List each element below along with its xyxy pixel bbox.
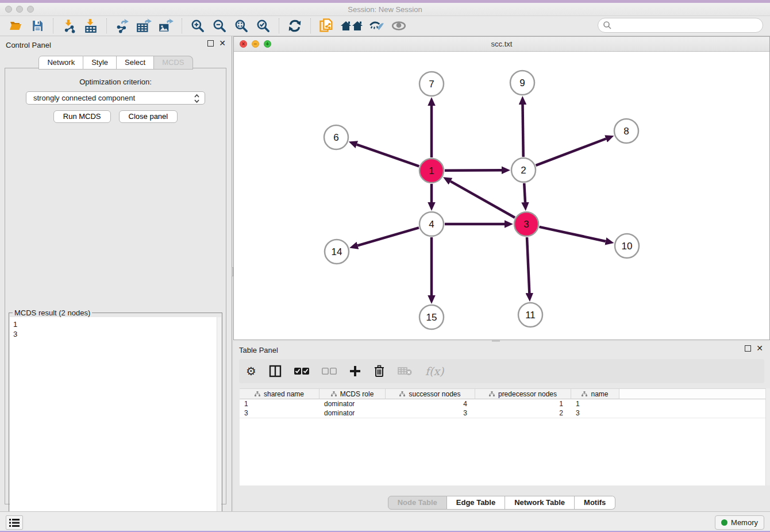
add-column-icon[interactable] [349,364,361,378]
delete-table-icon [398,364,413,378]
column-header-name[interactable]: name [571,388,619,399]
column-header-shared-name[interactable]: shared name [240,388,319,399]
edge-3-10[interactable] [539,227,605,241]
split-columns-icon[interactable] [269,364,282,378]
tab-network-table[interactable]: Network Table [505,496,575,510]
close-panel-icon[interactable]: ✕ [219,40,226,47]
tab-node-table[interactable]: Node Table [388,496,447,510]
table-cell[interactable]: 1 [240,399,319,408]
network-canvas[interactable]: 7968124314101511 [234,52,769,340]
table-cell[interactable]: dominator [319,408,386,418]
minimize-window-icon[interactable] [16,6,23,13]
edge-3-11[interactable] [527,237,529,293]
mcds-result-title: MCDS result (2 nodes) [13,309,92,317]
float-table-panel-icon[interactable] [745,345,751,352]
network-view-window: × − + scc.txt 7968124314101511 [233,36,770,340]
result-line: 3 [13,329,214,339]
import-network-icon[interactable] [60,18,78,34]
column-header-MCDS-role[interactable]: MCDS role [319,388,386,399]
memory-button[interactable]: Memory [715,515,764,530]
save-session-icon[interactable] [29,18,46,34]
edge-4-14[interactable] [357,228,418,245]
hide-graphics-details-icon[interactable] [368,18,386,34]
table-row[interactable]: 3dominator323 [240,408,765,418]
export-image-icon[interactable] [157,18,175,34]
table-cell[interactable]: dominator [319,399,386,408]
tab-select[interactable]: Select [117,56,154,70]
edge-2-8[interactable] [536,138,606,165]
task-history-button[interactable] [6,515,23,530]
column-header-successor-nodes[interactable]: successor nodes [386,388,475,399]
edge-2-9[interactable] [523,105,523,157]
table-cell[interactable]: 4 [386,399,475,408]
column-header-predecessor-nodes[interactable]: predecessor nodes [475,388,571,399]
table-scrollbar[interactable] [765,388,770,485]
zoom-fit-icon[interactable] [233,18,250,34]
node-table[interactable]: shared name MCDS role successor nodes pr… [240,388,765,418]
gear-icon[interactable]: ⚙ [246,364,256,378]
search-input[interactable] [598,18,763,33]
node-label: 8 [623,126,629,137]
app-title: Session: New Session [0,3,770,16]
zoom-in-icon[interactable] [189,18,206,34]
zoom-window-icon[interactable] [27,6,34,13]
mcds-panel: Optimization criterion: strongly connect… [5,68,226,504]
mcds-result-box: MCDS result (2 nodes) 13 [9,313,222,530]
close-panel-button[interactable]: Close panel [119,110,178,123]
close-table-panel-icon[interactable]: ✕ [756,345,763,352]
main-toolbar [0,16,770,36]
toolbar-separator [310,18,311,33]
close-window-icon[interactable] [5,6,12,13]
delete-column-icon[interactable] [374,364,385,378]
select-all-columns-icon[interactable] [294,364,309,378]
table-cell[interactable]: 3 [386,408,475,418]
edge-3-1[interactable] [451,182,515,218]
show-all-networks-icon[interactable] [340,18,364,34]
control-panel: Control Panel ✕ NetworkStyleSelectMCDS O… [0,36,232,511]
node-label: 14 [332,246,342,257]
export-table-icon[interactable] [136,18,153,34]
select-stepper-icon [193,93,201,103]
open-file-icon[interactable] [7,18,24,34]
table-cell[interactable]: 1 [571,399,619,408]
tab-style[interactable]: Style [83,56,117,70]
zoom-out-icon[interactable] [211,18,228,34]
minimize-network-icon[interactable]: − [252,40,259,48]
node-label: 2 [521,165,526,176]
tab-edge-table[interactable]: Edge Table [447,496,505,510]
edge-1-6[interactable] [357,145,419,167]
refresh-layout-icon[interactable] [286,18,303,34]
tab-network[interactable]: Network [38,56,83,70]
import-table-icon[interactable] [82,18,99,34]
table-row[interactable]: 1dominator411 [240,399,765,408]
network-graph[interactable]: 7968124314101511 [234,52,769,340]
result-line: 1 [13,319,214,329]
table-cell[interactable]: 3 [240,408,319,418]
mcds-result-text[interactable]: 13 [10,317,217,529]
result-scrollbar[interactable] [217,317,221,529]
node-label: 10 [622,241,633,252]
float-panel-icon[interactable] [207,40,214,47]
optimization-criterion-value: strongly connected component [33,94,135,102]
tab-motifs[interactable]: Motifs [575,496,615,510]
export-network-icon[interactable] [114,18,131,34]
zoom-selected-icon[interactable] [255,18,272,34]
clone-network-icon[interactable] [318,18,335,34]
sort-hierarchy-icon [582,391,587,396]
edge-1-2[interactable] [445,170,502,171]
node-label: 1 [429,165,434,176]
run-mcds-button[interactable]: Run MCDS [53,110,111,123]
optimization-criterion-select[interactable]: strongly connected component [26,91,205,105]
edge-2-3[interactable] [524,183,525,202]
table-cell[interactable]: 3 [571,408,619,418]
control-panel-title: Control Panel [6,41,51,49]
optimization-criterion-label: Optimization criterion: [5,78,226,86]
close-network-icon[interactable]: × [240,40,247,48]
table-cell[interactable]: 2 [475,408,571,418]
network-window-titlebar[interactable]: × − + scc.txt [234,37,769,52]
deselect-all-columns-icon[interactable] [322,364,337,378]
tab-mcds[interactable]: MCDS [154,56,192,70]
maximize-network-icon[interactable]: + [264,40,271,48]
show-graphics-details-icon[interactable] [390,18,407,34]
table-cell[interactable]: 1 [475,399,571,408]
